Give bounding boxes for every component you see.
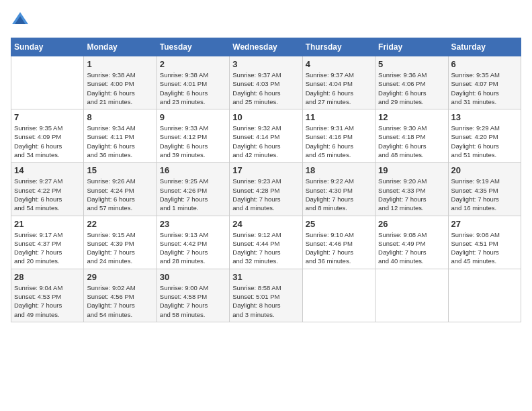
calendar-cell: 5Sunrise: 9:36 AM Sunset: 4:06 PM Daylig… — [375, 56, 448, 109]
calendar-cell: 8Sunrise: 9:34 AM Sunset: 4:11 PM Daylig… — [84, 109, 157, 163]
cell-info: Sunrise: 9:35 AM Sunset: 4:09 PM Dayligh… — [14, 124, 81, 159]
day-number: 24 — [232, 219, 299, 229]
cell-info: Sunrise: 9:27 AM Sunset: 4:22 PM Dayligh… — [14, 177, 81, 212]
calendar-cell: 4Sunrise: 9:37 AM Sunset: 4:04 PM Daylig… — [302, 56, 375, 109]
day-number: 23 — [160, 219, 226, 229]
cell-info: Sunrise: 9:26 AM Sunset: 4:24 PM Dayligh… — [87, 177, 153, 212]
cell-info: Sunrise: 9:19 AM Sunset: 4:35 PM Dayligh… — [451, 177, 518, 212]
calendar-cell: 14Sunrise: 9:27 AM Sunset: 4:22 PM Dayli… — [11, 163, 84, 216]
day-number: 8 — [87, 112, 153, 122]
cell-info: Sunrise: 9:23 AM Sunset: 4:28 PM Dayligh… — [232, 177, 299, 212]
day-number: 28 — [14, 272, 81, 282]
day-number: 31 — [232, 272, 299, 282]
calendar-cell: 9Sunrise: 9:33 AM Sunset: 4:12 PM Daylig… — [157, 109, 229, 163]
calendar-cell: 3Sunrise: 9:37 AM Sunset: 4:03 PM Daylig… — [230, 56, 302, 109]
calendar-cell: 15Sunrise: 9:26 AM Sunset: 4:24 PM Dayli… — [84, 163, 157, 216]
cell-info: Sunrise: 9:32 AM Sunset: 4:14 PM Dayligh… — [232, 124, 299, 159]
calendar-cell: 24Sunrise: 9:12 AM Sunset: 4:44 PM Dayli… — [230, 216, 302, 269]
day-number: 25 — [306, 219, 372, 229]
cell-info: Sunrise: 9:08 AM Sunset: 4:49 PM Dayligh… — [378, 230, 445, 266]
day-number: 11 — [306, 112, 372, 122]
cell-info: Sunrise: 9:10 AM Sunset: 4:46 PM Dayligh… — [306, 230, 372, 266]
day-number: 1 — [87, 59, 153, 69]
weekday-header-wednesday: Wednesday — [230, 38, 302, 56]
day-number: 27 — [451, 219, 518, 229]
weekday-header-thursday: Thursday — [302, 38, 375, 56]
calendar-cell: 7Sunrise: 9:35 AM Sunset: 4:09 PM Daylig… — [11, 109, 84, 163]
calendar-cell: 12Sunrise: 9:30 AM Sunset: 4:18 PM Dayli… — [375, 109, 448, 163]
calendar-cell: 21Sunrise: 9:17 AM Sunset: 4:37 PM Dayli… — [11, 216, 84, 269]
cell-info: Sunrise: 9:35 AM Sunset: 4:07 PM Dayligh… — [451, 71, 518, 106]
cell-info: Sunrise: 9:06 AM Sunset: 4:51 PM Dayligh… — [451, 230, 518, 266]
logo-icon — [11, 11, 30, 30]
day-number: 7 — [14, 112, 81, 122]
day-number: 10 — [232, 112, 299, 122]
calendar-cell: 28Sunrise: 9:04 AM Sunset: 4:53 PM Dayli… — [11, 269, 84, 322]
calendar-table: SundayMondayTuesdayWednesdayThursdayFrid… — [11, 38, 521, 322]
cell-info: Sunrise: 9:37 AM Sunset: 4:03 PM Dayligh… — [232, 71, 299, 106]
day-number: 5 — [378, 59, 445, 69]
cell-info: Sunrise: 9:22 AM Sunset: 4:30 PM Dayligh… — [306, 177, 372, 212]
cell-info: Sunrise: 9:38 AM Sunset: 4:00 PM Dayligh… — [87, 71, 153, 106]
header — [11, 11, 521, 30]
day-number: 16 — [160, 165, 226, 175]
day-number: 29 — [87, 272, 153, 282]
cell-info: Sunrise: 9:25 AM Sunset: 4:26 PM Dayligh… — [160, 177, 226, 212]
day-number: 12 — [378, 112, 445, 122]
calendar-cell: 6Sunrise: 9:35 AM Sunset: 4:07 PM Daylig… — [448, 56, 521, 109]
day-number: 9 — [160, 112, 226, 122]
cell-info: Sunrise: 9:12 AM Sunset: 4:44 PM Dayligh… — [232, 230, 299, 266]
cell-info: Sunrise: 9:37 AM Sunset: 4:04 PM Dayligh… — [306, 71, 372, 106]
day-number: 22 — [87, 219, 153, 229]
day-number: 21 — [14, 219, 81, 229]
day-number: 14 — [14, 165, 81, 175]
weekday-header-sunday: Sunday — [11, 38, 84, 56]
calendar-cell: 11Sunrise: 9:31 AM Sunset: 4:16 PM Dayli… — [302, 109, 375, 163]
calendar-cell — [375, 269, 448, 322]
weekday-header-saturday: Saturday — [448, 38, 521, 56]
day-number: 13 — [451, 112, 518, 122]
cell-info: Sunrise: 9:02 AM Sunset: 4:56 PM Dayligh… — [87, 283, 153, 319]
calendar-cell: 16Sunrise: 9:25 AM Sunset: 4:26 PM Dayli… — [157, 163, 229, 216]
cell-info: Sunrise: 9:36 AM Sunset: 4:06 PM Dayligh… — [378, 71, 445, 106]
calendar-cell: 31Sunrise: 8:58 AM Sunset: 5:01 PM Dayli… — [230, 269, 302, 322]
calendar-cell: 22Sunrise: 9:15 AM Sunset: 4:39 PM Dayli… — [84, 216, 157, 269]
calendar-cell: 29Sunrise: 9:02 AM Sunset: 4:56 PM Dayli… — [84, 269, 157, 322]
calendar-cell — [448, 269, 521, 322]
cell-info: Sunrise: 9:34 AM Sunset: 4:11 PM Dayligh… — [87, 124, 153, 159]
calendar-cell: 2Sunrise: 9:38 AM Sunset: 4:01 PM Daylig… — [157, 56, 229, 109]
cell-info: Sunrise: 9:04 AM Sunset: 4:53 PM Dayligh… — [14, 283, 81, 319]
calendar-cell: 27Sunrise: 9:06 AM Sunset: 4:51 PM Dayli… — [448, 216, 521, 269]
calendar-cell: 13Sunrise: 9:29 AM Sunset: 4:20 PM Dayli… — [448, 109, 521, 163]
calendar-cell: 23Sunrise: 9:13 AM Sunset: 4:42 PM Dayli… — [157, 216, 229, 269]
calendar-cell: 25Sunrise: 9:10 AM Sunset: 4:46 PM Dayli… — [302, 216, 375, 269]
cell-info: Sunrise: 9:38 AM Sunset: 4:01 PM Dayligh… — [160, 71, 226, 106]
calendar-cell: 30Sunrise: 9:00 AM Sunset: 4:58 PM Dayli… — [157, 269, 229, 322]
day-number: 3 — [232, 59, 299, 69]
day-number: 26 — [378, 219, 445, 229]
day-number: 19 — [378, 165, 445, 175]
calendar-cell: 18Sunrise: 9:22 AM Sunset: 4:30 PM Dayli… — [302, 163, 375, 216]
day-number: 2 — [160, 59, 226, 69]
cell-info: Sunrise: 9:30 AM Sunset: 4:18 PM Dayligh… — [378, 124, 445, 159]
day-number: 18 — [306, 165, 372, 175]
calendar-cell: 10Sunrise: 9:32 AM Sunset: 4:14 PM Dayli… — [230, 109, 302, 163]
calendar-cell — [302, 269, 375, 322]
day-number: 4 — [306, 59, 372, 69]
cell-info: Sunrise: 9:17 AM Sunset: 4:37 PM Dayligh… — [14, 230, 81, 266]
cell-info: Sunrise: 8:58 AM Sunset: 5:01 PM Dayligh… — [232, 283, 299, 319]
cell-info: Sunrise: 9:20 AM Sunset: 4:33 PM Dayligh… — [378, 177, 445, 212]
logo — [11, 11, 32, 30]
calendar-cell: 19Sunrise: 9:20 AM Sunset: 4:33 PM Dayli… — [375, 163, 448, 216]
cell-info: Sunrise: 9:29 AM Sunset: 4:20 PM Dayligh… — [451, 124, 518, 159]
cell-info: Sunrise: 9:33 AM Sunset: 4:12 PM Dayligh… — [160, 124, 226, 159]
cell-info: Sunrise: 9:31 AM Sunset: 4:16 PM Dayligh… — [306, 124, 372, 159]
day-number: 6 — [451, 59, 518, 69]
day-number: 15 — [87, 165, 153, 175]
weekday-header-tuesday: Tuesday — [157, 38, 229, 56]
cell-info: Sunrise: 9:13 AM Sunset: 4:42 PM Dayligh… — [160, 230, 226, 266]
weekday-header-monday: Monday — [84, 38, 157, 56]
weekday-header-friday: Friday — [375, 38, 448, 56]
calendar-cell: 26Sunrise: 9:08 AM Sunset: 4:49 PM Dayli… — [375, 216, 448, 269]
calendar-cell: 1Sunrise: 9:38 AM Sunset: 4:00 PM Daylig… — [84, 56, 157, 109]
